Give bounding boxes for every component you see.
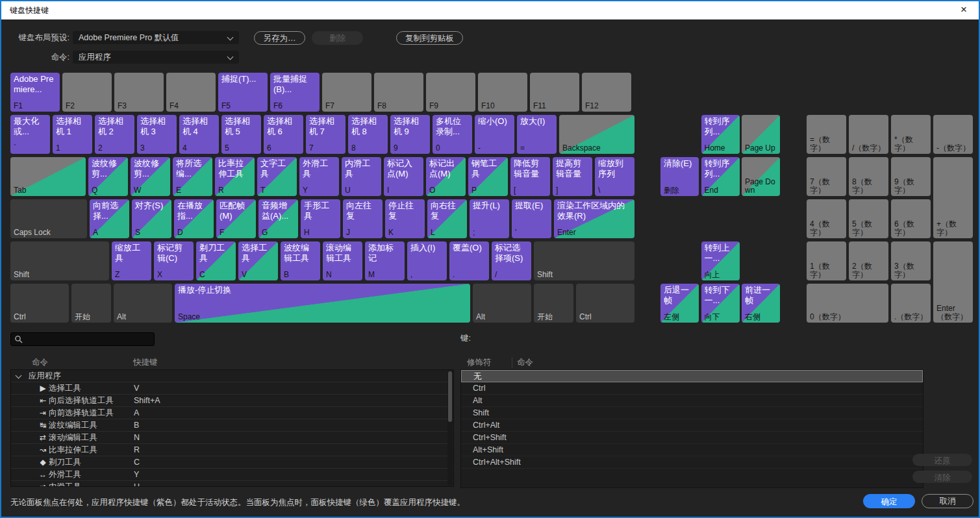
key-F3[interactable]: F3 [114, 73, 164, 112]
key-'[interactable]: 提取(E)' [512, 199, 551, 238]
key-9（数字）[interactable]: 9（数字） [891, 157, 931, 196]
key-F12[interactable]: F12 [582, 73, 631, 112]
key-X[interactable]: 标记剪辑(C)X [154, 241, 194, 280]
key-Home[interactable]: 转到序列...Home [701, 115, 740, 154]
key-W[interactable]: 波纹修剪...W [131, 157, 170, 196]
key-D[interactable]: 在播放指...D [174, 199, 214, 238]
key-F[interactable]: 匹配帧(M)F [216, 199, 256, 238]
key-E[interactable]: 将所选编...E [173, 157, 212, 196]
key-F5[interactable]: 捕捉(T)...F5 [218, 73, 268, 112]
key-0（数字）[interactable]: 0（数字） [807, 284, 888, 323]
key-Page Down[interactable]: Page Down [742, 157, 780, 196]
key--[interactable]: 缩小(O)- [475, 115, 514, 154]
key-Ctrl[interactable]: Ctrl [576, 284, 634, 323]
key-8[interactable]: 选择相机 88 [348, 115, 388, 154]
key-F11[interactable]: F11 [530, 73, 579, 112]
key-Alt[interactable]: Alt [114, 284, 172, 323]
key-Y[interactable]: 外滑工具Y [299, 157, 339, 196]
modifier-row[interactable]: Shift [461, 407, 923, 419]
command-row[interactable]: ⇥向前选择轨道工具A [11, 407, 453, 419]
command-dropdown[interactable]: 应用程序 [73, 51, 239, 64]
key-5[interactable]: 选择相机 55 [221, 115, 261, 154]
key-/（数字）[interactable]: /（数字） [849, 115, 888, 154]
key-Shift[interactable]: Shift [10, 241, 109, 280]
key-F9[interactable]: F9 [426, 73, 475, 112]
key-Backspace[interactable]: Backspace [559, 115, 634, 154]
scrollbar-thumb[interactable] [448, 371, 452, 422]
command-row[interactable]: ↹波纹编辑工具B [11, 419, 453, 432]
key-3[interactable]: 选择相机 33 [137, 115, 177, 154]
key-Alt[interactable]: Alt [473, 284, 531, 323]
key-+（数字）[interactable]: +（数字） [933, 157, 973, 238]
key--（数字）[interactable]: -（数字） [933, 115, 973, 154]
key-Shift[interactable]: Shift [534, 241, 634, 280]
key-R[interactable]: 比率拉伸工具R [215, 157, 255, 196]
key-F2[interactable]: F2 [62, 73, 112, 112]
key-A[interactable]: 向前选择...A [90, 199, 129, 238]
key-.（数字）[interactable]: .（数字） [891, 284, 931, 323]
key-][interactable]: 提高剪辑音量] [553, 157, 592, 196]
key-1[interactable]: 选择相机 11 [53, 115, 92, 154]
key-F10[interactable]: F10 [478, 73, 527, 112]
key-P[interactable]: 钢笔工具P [468, 157, 508, 196]
commands-scrollbar[interactable] [447, 371, 453, 486]
key-O[interactable]: 标记出点(M)O [426, 157, 466, 196]
key-M[interactable]: 添加标记M [365, 241, 405, 280]
key-S[interactable]: 对齐(S)S [132, 199, 171, 238]
key-F6[interactable]: 批量捕捉(B)...F6 [270, 73, 320, 112]
modifier-row[interactable]: Ctrl+Shift [461, 432, 923, 444]
command-row[interactable]: ▶选择工具V [11, 382, 453, 395]
key-0[interactable]: 多机位录制...0 [433, 115, 472, 154]
key-U[interactable]: 内滑工具U [342, 157, 381, 196]
command-row[interactable]: ⇄滚动编辑工具N [11, 432, 453, 444]
key-I[interactable]: 标记入点(M)I [384, 157, 423, 196]
key-F4[interactable]: F4 [166, 73, 216, 112]
key-*（数字）[interactable]: *（数字） [891, 115, 931, 154]
close-icon[interactable]: × [954, 1, 974, 19]
key-6（数字）[interactable]: 6（数字） [891, 199, 931, 238]
key-Q[interactable]: 波纹修剪...Q [88, 157, 128, 196]
key-Enter（数字）[interactable]: Enter（数字） [933, 241, 973, 323]
key-Enter[interactable]: 渲染工作区域内的效果(R)Enter [554, 199, 634, 238]
key-H[interactable]: 手形工具H [301, 199, 340, 238]
modifier-row[interactable]: Alt [461, 395, 923, 407]
key-4（数字）[interactable]: 4（数字） [807, 199, 846, 238]
key-Ctrl[interactable]: Ctrl [10, 284, 69, 323]
key-开始[interactable]: 开始 [71, 284, 111, 323]
key-1（数字）[interactable]: 1（数字） [807, 241, 846, 280]
ok-button[interactable]: 确定 [863, 494, 915, 508]
command-row[interactable]: ⇌内滑工具U [11, 481, 453, 487]
key-9[interactable]: 选择相机 99 [390, 115, 430, 154]
key-End[interactable]: 转到序列...End [701, 157, 740, 196]
key-Space[interactable]: 播放-停止切换Space [175, 284, 470, 323]
key-F1[interactable]: Adobe Premiere...F1 [10, 73, 60, 112]
key-Page Up[interactable]: Page Up [742, 115, 780, 154]
command-group-row[interactable]: 应用程序 [11, 370, 453, 382]
key-=（数字）[interactable]: =（数字） [807, 115, 846, 154]
key-8（数字）[interactable]: 8（数字） [849, 157, 888, 196]
key-Z[interactable]: 缩放工具Z [112, 241, 151, 280]
save-as-button[interactable]: 另存为… [254, 31, 305, 45]
key-T[interactable]: 文字工具T [257, 157, 297, 196]
key-.[interactable]: 覆盖(O). [449, 241, 489, 280]
command-row[interactable]: ⇤向后选择轨道工具Shift+A [11, 395, 453, 407]
key-C[interactable]: 剃刀工具C [196, 241, 236, 280]
key-[[interactable]: 降低剪辑音量[ [510, 157, 550, 196]
modifier-row[interactable]: 无 [461, 370, 923, 382]
key-3（数字）[interactable]: 3（数字） [891, 241, 931, 280]
key-向上[interactable]: 转到上一...向上 [701, 241, 740, 280]
key-N[interactable]: 滚动编辑工具N [323, 241, 362, 280]
key-K[interactable]: 停止往复K [385, 199, 425, 238]
key-`[interactable]: 最大化或...` [10, 115, 50, 154]
key-;[interactable]: 提升(L); [470, 199, 509, 238]
command-row[interactable]: ◆剃刀工具C [11, 456, 453, 469]
copy-to-clipboard-button[interactable]: 复制到剪贴板 [396, 31, 463, 45]
key-V[interactable]: 选择工具V [238, 241, 278, 280]
command-row[interactable]: ↔外滑工具Y [11, 469, 453, 481]
key-5（数字）[interactable]: 5（数字） [849, 199, 888, 238]
key-7（数字）[interactable]: 7（数字） [807, 157, 846, 196]
chevron-down-icon[interactable] [16, 373, 22, 379]
cancel-button[interactable]: 取消 [922, 494, 974, 508]
key-Tab[interactable]: Tab [10, 157, 86, 196]
key-J[interactable]: 向左往复J [343, 199, 383, 238]
